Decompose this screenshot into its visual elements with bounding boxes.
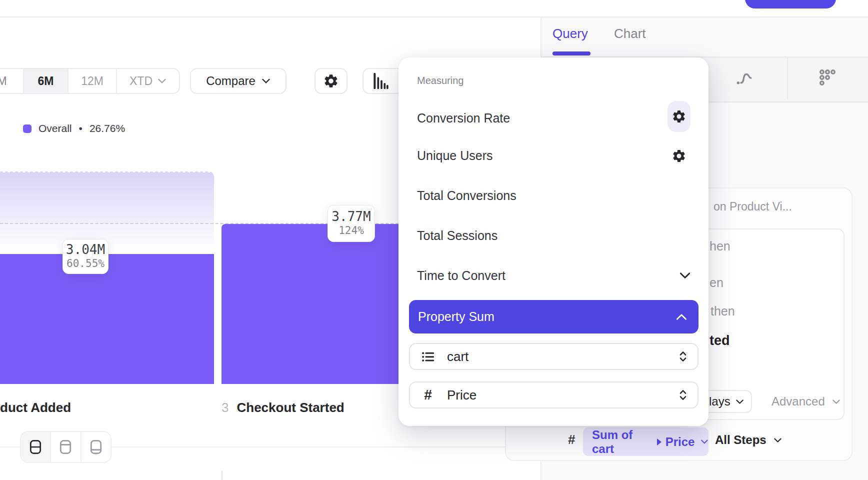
number-property-icon: # bbox=[420, 387, 436, 403]
range-xtd-label: XTD bbox=[130, 74, 152, 88]
bar-percent: 60.55% bbox=[66, 258, 104, 270]
chevron-down-icon bbox=[832, 399, 840, 404]
legend-color-swatch bbox=[23, 124, 32, 133]
card-title: on Product Vi... bbox=[714, 200, 792, 214]
bottom-panel-layout-icon bbox=[89, 439, 103, 455]
legend-series-label: Overall bbox=[38, 122, 72, 134]
unfold-more-icon bbox=[678, 350, 688, 363]
bar-value: 3.77M bbox=[332, 210, 370, 224]
price-property-value: Price bbox=[447, 388, 668, 403]
chevron-down-icon bbox=[700, 439, 708, 444]
top-panel-layout-icon bbox=[58, 439, 72, 455]
bar-value: 3.04M bbox=[66, 242, 105, 258]
step-label-text: duct Added bbox=[0, 400, 71, 416]
measuring-popup-title: Measuring bbox=[417, 75, 464, 86]
gear-icon bbox=[672, 109, 686, 124]
all-steps-label: All Steps bbox=[715, 433, 766, 447]
range-12m-button[interactable]: 12M bbox=[68, 69, 117, 93]
step-label-product-added: duct Added bbox=[0, 400, 71, 416]
cart-property-value: cart bbox=[447, 349, 668, 364]
all-steps-dropdown[interactable]: All Steps bbox=[715, 433, 782, 447]
legend-overall-rate: 26.76% bbox=[90, 122, 125, 134]
menu-item-total-conversions[interactable]: Total Conversions bbox=[417, 188, 516, 203]
gear-icon bbox=[672, 148, 686, 164]
funnel-bar-product-added[interactable] bbox=[0, 254, 214, 384]
gear-icon bbox=[323, 73, 339, 89]
property-select-cart[interactable]: cart bbox=[409, 343, 698, 370]
primary-action-button[interactable] bbox=[745, 0, 836, 8]
property-select-price[interactable]: # Price bbox=[409, 382, 698, 408]
top-bar bbox=[0, 0, 868, 18]
layout-top-button[interactable] bbox=[51, 432, 81, 462]
dots-pyramid-icon bbox=[818, 68, 837, 87]
menu-item-total-sessions[interactable]: Total Sessions bbox=[417, 228, 498, 243]
tab-query[interactable]: Query bbox=[552, 26, 588, 42]
chevron-down-icon bbox=[262, 78, 270, 84]
numeric-property-symbol: # bbox=[568, 432, 575, 448]
funnel-bar-checkout-started[interactable] bbox=[222, 224, 406, 384]
list-property-icon bbox=[420, 348, 436, 364]
advanced-button[interactable]: Advanced bbox=[772, 394, 840, 408]
active-tab-underline bbox=[552, 52, 590, 56]
range-m-button[interactable]: M bbox=[0, 69, 24, 93]
range-xtd-button[interactable]: XTD bbox=[117, 69, 179, 93]
chevron-down-icon bbox=[774, 438, 782, 443]
bar-percent: 124% bbox=[338, 224, 364, 237]
bar-value-tooltip: 3.77M 124% bbox=[328, 205, 375, 242]
chevron-up-icon bbox=[676, 313, 688, 321]
chart-settings-button[interactable] bbox=[314, 68, 348, 94]
chevron-down-icon bbox=[158, 78, 166, 84]
layout-bottom-button[interactable] bbox=[82, 432, 110, 462]
menu-item-property-sum-selected[interactable]: Property Sum bbox=[409, 300, 698, 334]
range-6m-button[interactable]: 6M bbox=[24, 69, 68, 93]
menu-item-time-to-convert[interactable]: Time to Convert bbox=[417, 268, 506, 283]
trend-curve-button[interactable] bbox=[735, 69, 753, 89]
unfold-more-icon bbox=[678, 388, 688, 402]
time-range-segmented-control: M 6M 12M XTD bbox=[0, 68, 180, 94]
toolbar-divider bbox=[787, 58, 788, 100]
legend-separator: • bbox=[79, 122, 82, 134]
step-row-fragment: ted bbox=[710, 333, 730, 348]
step-row-fragment: hen bbox=[710, 239, 730, 254]
step-number: 3 bbox=[222, 400, 228, 416]
bar-chart-icon bbox=[370, 71, 390, 91]
trend-curve-icon bbox=[735, 69, 753, 87]
sum-pill-right: Price bbox=[666, 435, 695, 449]
step-row-fragment: then bbox=[710, 304, 735, 318]
step-label-checkout-started: 3 Checkout Started bbox=[222, 400, 344, 416]
grid-tick bbox=[222, 470, 222, 480]
unique-users-settings-button[interactable] bbox=[672, 148, 686, 166]
step-label-text: Checkout Started bbox=[236, 400, 344, 416]
layout-rows-button[interactable] bbox=[21, 432, 51, 462]
funnel-analysis-app: 3.04M 60.55% 3.77M 124% duct Added 3 Che… bbox=[0, 0, 868, 480]
menu-item-conversion-rate[interactable]: Conversion Rate bbox=[417, 111, 510, 126]
rows-layout-icon bbox=[28, 439, 42, 455]
bar-value-tooltip: 3.04M 60.55% bbox=[62, 239, 108, 274]
apps-dots-button[interactable] bbox=[818, 68, 837, 89]
property-sum-label: Property Sum bbox=[418, 310, 494, 324]
breadcrumb-arrow-icon bbox=[657, 438, 662, 446]
menu-item-unique-users[interactable]: Unique Users bbox=[417, 148, 492, 163]
breakdown-layout-toggle bbox=[20, 431, 112, 463]
conversion-rate-settings-button[interactable] bbox=[668, 101, 690, 132]
compare-button[interactable]: Compare bbox=[190, 68, 286, 94]
sum-pill-left: Sum of cart bbox=[592, 428, 653, 456]
chevron-down-icon bbox=[736, 399, 744, 404]
tab-chart[interactable]: Chart bbox=[614, 26, 646, 42]
conversion-window-label: lays bbox=[709, 394, 730, 408]
compare-label: Compare bbox=[206, 74, 256, 88]
step-row-fragment: en bbox=[710, 276, 724, 290]
chevron-down-icon bbox=[679, 272, 691, 282]
sum-of-cart-price-pill[interactable]: Sum of cart Price bbox=[583, 428, 708, 456]
advanced-label: Advanced bbox=[772, 394, 825, 408]
legend: Overall • 26.76% bbox=[23, 122, 125, 134]
